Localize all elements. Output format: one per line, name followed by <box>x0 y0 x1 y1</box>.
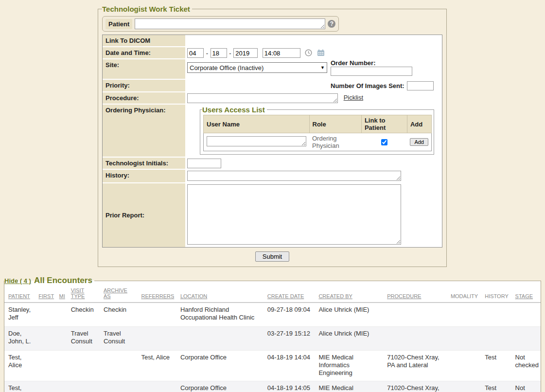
cell-visit-type: Checkin <box>67 303 100 327</box>
encounters-table: PATIENTFIRSTMIVISIT TYPEARCHIVE ASREFERR… <box>4 285 541 392</box>
calendar-icon[interactable] <box>317 49 325 58</box>
submit-button[interactable]: Submit <box>255 251 289 262</box>
cell-created-by: MIE Medical Informatics Engineering <box>315 351 383 381</box>
encounter-row[interactable]: Test, AliceTest, AliceCorporate Office04… <box>4 351 541 381</box>
column-header-stage[interactable]: STAGE <box>511 285 541 303</box>
column-header-visit-type[interactable]: VISIT TYPE <box>67 285 100 303</box>
row-prior-report: Prior Report: <box>103 183 442 247</box>
cell-history: Test <box>481 351 511 381</box>
encounters-title: All Encounters <box>34 276 92 285</box>
encounter-row[interactable]: Test, AliceCorporate Office04-18-19 14:0… <box>4 381 541 392</box>
cell-history: Test <box>481 381 511 392</box>
work-ticket-title: Technologist Work Ticket <box>102 5 192 13</box>
column-header-mi[interactable]: MI <box>55 285 67 303</box>
column-header-history: HISTORY <box>481 285 511 303</box>
ual-column-user-name: User Name <box>204 115 310 133</box>
column-header-referrers[interactable]: REFERRERS <box>137 285 176 303</box>
cell-create-date: 04-18-19 14:05 <box>264 381 315 392</box>
cell-location: Corporate Office <box>176 351 264 381</box>
patient-input[interactable] <box>135 18 325 29</box>
role-value: Ordering Physician <box>312 135 339 149</box>
picklist-link[interactable]: Picklist <box>344 94 363 101</box>
cell-created-by: Alice Uhrick (MIE) <box>315 303 383 327</box>
cell-first <box>35 381 55 392</box>
time-input[interactable] <box>263 48 300 58</box>
ual-column-add: Add <box>407 115 431 133</box>
cell-patient: Test, Alice <box>4 381 35 392</box>
cell-created-by: MIE Medical Informatics Engineering <box>315 381 383 392</box>
row-tech-initials: Technologist Initials: <box>103 158 442 170</box>
site-select[interactable]: Corporate Office (Inactive) ▼ <box>187 62 327 73</box>
row-site: Site: Corporate Office (Inactive) ▼ Orde… <box>103 59 442 80</box>
priority-label: Priority: <box>103 80 185 92</box>
date-time-content: - - <box>185 47 442 59</box>
row-priority: Priority: Number Of Images Sent: <box>103 80 442 92</box>
cell-patient: Stanley, Jeff <box>4 303 35 327</box>
hide-encounters-link[interactable]: Hide ( 4 ) <box>4 277 31 285</box>
user-name-input[interactable] <box>207 136 306 146</box>
column-header-patient[interactable]: PATIENT <box>4 285 35 303</box>
cell-first <box>35 327 55 351</box>
tech-initials-content <box>185 158 442 170</box>
images-sent-block: Number Of Images Sent: <box>331 81 434 90</box>
add-user-button[interactable]: Add <box>410 138 428 146</box>
cell-history <box>481 327 511 351</box>
cell-visit-type: Travel Consult <box>67 327 100 351</box>
date-separator: - <box>206 50 208 57</box>
cell-stage <box>511 303 541 327</box>
cell-create-date: 09-27-18 09:04 <box>264 303 315 327</box>
date-month-input[interactable] <box>187 48 204 58</box>
column-header-archive-as[interactable]: ARCHIVE AS <box>100 285 137 303</box>
tech-initials-label: Technologist Initials: <box>103 158 185 170</box>
cell-referrers: Test, Alice <box>137 351 176 381</box>
encounter-row[interactable]: Stanley, JeffCheckinCheckinHanford Richl… <box>4 303 541 327</box>
link-to-patient-checkbox[interactable] <box>381 139 387 145</box>
cell-archive-as: Checkin <box>100 303 137 327</box>
order-number-label: Order Number: <box>331 59 412 67</box>
procedure-input[interactable] <box>187 93 338 103</box>
prior-report-content <box>185 183 442 247</box>
row-date-time: Date and Time: - - <box>103 47 442 59</box>
ual-row: Ordering Physician Add <box>204 133 432 151</box>
cell-mi <box>55 381 67 392</box>
date-time-label: Date and Time: <box>103 47 185 59</box>
encounter-row[interactable]: Doe, John, L.Travel ConsultTravel Consul… <box>4 327 541 351</box>
column-header-create-date[interactable]: CREATE DATE <box>264 285 315 303</box>
row-link-to-dicom: Link To DICOM <box>103 35 442 47</box>
cell-referrers <box>137 381 176 392</box>
prior-report-input[interactable] <box>187 184 401 245</box>
column-header-location[interactable]: LOCATION <box>176 285 264 303</box>
tech-initials-input[interactable] <box>187 159 221 168</box>
encounters-fieldset: Hide ( 4 )All Encounters PATIENTFIRSTMIV… <box>4 276 541 392</box>
column-header-procedure[interactable]: PROCEDURE <box>383 285 447 303</box>
column-header-first[interactable]: FIRST <box>35 285 55 303</box>
ual-column-role: Role <box>309 115 361 133</box>
ordering-physician-content: Users Access List User Name Role Link to… <box>185 105 442 158</box>
date-year-input[interactable] <box>233 48 258 58</box>
cell-first <box>35 351 55 381</box>
cell-stage: Not checked <box>511 381 541 392</box>
images-sent-input[interactable] <box>407 81 434 90</box>
cell-procedure <box>383 327 447 351</box>
help-icon[interactable]: ? <box>328 20 335 28</box>
date-separator: - <box>229 50 231 57</box>
cell-modality <box>447 351 481 381</box>
history-input[interactable] <box>187 171 401 181</box>
date-day-input[interactable] <box>211 48 227 58</box>
cell-created-by: Alice Uhrick (MIE) <box>315 327 383 351</box>
link-to-dicom-label: Link To DICOM <box>103 35 185 47</box>
column-header-created-by[interactable]: CREATED BY <box>315 285 383 303</box>
cell-mi <box>55 351 67 381</box>
site-label: Site: <box>103 59 185 80</box>
order-number-block: Order Number: <box>331 59 412 76</box>
cell-archive-as <box>100 351 137 381</box>
column-header-modality: MODALITY <box>447 285 481 303</box>
order-number-input[interactable] <box>331 67 412 76</box>
cell-first <box>35 303 55 327</box>
procedure-label: Procedure: <box>103 92 185 105</box>
clock-icon[interactable] <box>305 49 312 58</box>
cell-create-date: 04-18-19 14:04 <box>264 351 315 381</box>
chevron-down-icon: ▼ <box>320 65 325 70</box>
cell-archive-as: Travel Consult <box>100 327 137 351</box>
row-history: History: <box>103 170 442 183</box>
